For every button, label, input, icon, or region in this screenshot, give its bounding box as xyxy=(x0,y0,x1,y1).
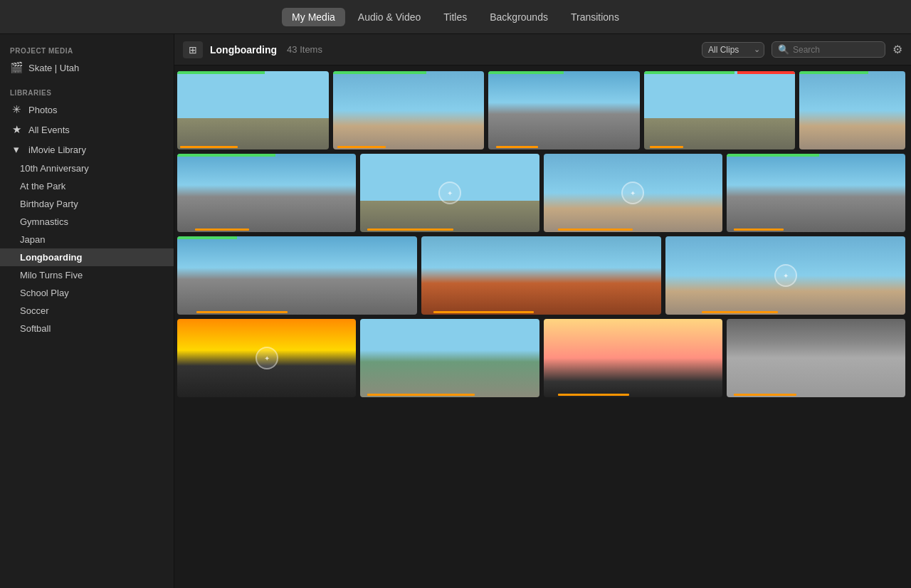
sidebar-item-10th-anniversary[interactable]: 10th Anniversary xyxy=(0,159,174,177)
sidebar-item-at-the-park[interactable]: At the Park xyxy=(0,177,174,195)
video-thumb-11[interactable] xyxy=(421,236,661,315)
sidebar-label-longboarding: Longboarding xyxy=(20,252,82,263)
tab-backgrounds[interactable]: Backgrounds xyxy=(480,8,558,26)
video-thumb-15[interactable] xyxy=(544,319,722,397)
sidebar-item-photos[interactable]: ✳ Photos xyxy=(0,100,174,120)
sidebar-item-milo-turns-five[interactable]: Milo Turns Five xyxy=(0,266,174,284)
sidebar-label-soccer: Soccer xyxy=(20,305,48,316)
video-row-2: ✦ ✦ xyxy=(177,154,905,232)
media-panel: ⊞ Longboarding 43 Items All Clips Favori… xyxy=(174,34,911,588)
search-input[interactable] xyxy=(793,45,879,55)
sidebar: PROJECT MEDIA 🎬 Skate | Utah LIBRARIES ✳… xyxy=(0,34,174,588)
sidebar-item-soccer[interactable]: Soccer xyxy=(0,302,174,320)
libraries-header: LIBRARIES xyxy=(0,85,174,100)
sidebar-item-gymnastics[interactable]: Gymnastics xyxy=(0,213,174,231)
all-clips-wrapper[interactable]: All Clips Favorites Rejected Unmarked xyxy=(702,42,764,58)
sidebar-item-imovie-library[interactable]: ▾ iMovie Library xyxy=(0,140,174,159)
sidebar-label-japan: Japan xyxy=(20,234,45,245)
video-thumb-3[interactable] xyxy=(488,71,640,149)
video-thumb-2[interactable] xyxy=(333,71,485,149)
video-thumb-1[interactable] xyxy=(177,71,329,149)
search-icon: 🔍 xyxy=(778,44,789,55)
star-icon: ★ xyxy=(10,123,23,136)
movie-icon: 🎬 xyxy=(10,61,23,74)
sidebar-label-10th-anniversary: 10th Anniversary xyxy=(20,163,89,174)
sidebar-label-all-events: All Events xyxy=(28,125,70,135)
tab-audio-video[interactable]: Audio & Video xyxy=(348,8,431,26)
media-toolbar: ⊞ Longboarding 43 Items All Clips Favori… xyxy=(174,34,911,65)
main-content: PROJECT MEDIA 🎬 Skate | Utah LIBRARIES ✳… xyxy=(0,34,911,588)
sidebar-item-birthday-party[interactable]: Birthday Party xyxy=(0,195,174,213)
sidebar-label-imovie-library: iMovie Library xyxy=(28,145,86,155)
video-thumb-9[interactable] xyxy=(727,154,905,232)
sidebar-label-at-the-park: At the Park xyxy=(20,181,65,191)
video-thumb-13[interactable]: ✦ xyxy=(177,319,356,397)
clip-badge-8: ✦ xyxy=(621,182,644,204)
sidebar-item-skate-utah[interactable]: 🎬 Skate | Utah xyxy=(0,58,174,78)
video-thumb-14[interactable] xyxy=(360,319,539,397)
clip-badge-12: ✦ xyxy=(774,264,797,287)
sidebar-label-gymnastics: Gymnastics xyxy=(20,216,68,227)
video-thumb-6[interactable] xyxy=(177,154,356,232)
tab-titles[interactable]: Titles xyxy=(433,8,477,26)
video-row-3: ✦ xyxy=(177,236,905,315)
video-thumb-10[interactable] xyxy=(177,236,417,315)
top-nav: My Media Audio & Video Titles Background… xyxy=(0,0,911,34)
project-label: Skate | Utah xyxy=(28,63,79,73)
clip-badge-13: ✦ xyxy=(256,347,278,369)
tab-my-media[interactable]: My Media xyxy=(282,8,345,26)
search-box: 🔍 xyxy=(772,41,885,58)
sidebar-label-birthday-party: Birthday Party xyxy=(20,199,78,209)
video-thumb-4[interactable] xyxy=(644,71,796,149)
video-row-1 xyxy=(177,71,905,149)
sidebar-label-softball: Softball xyxy=(20,323,51,334)
sidebar-item-all-events[interactable]: ★ All Events xyxy=(0,120,174,140)
sidebar-item-softball[interactable]: Softball xyxy=(0,320,174,337)
gear-icon: ⚙ xyxy=(892,43,902,56)
video-thumb-8[interactable]: ✦ xyxy=(544,154,722,232)
project-media-header: PROJECT MEDIA xyxy=(0,43,174,58)
toggle-view-button[interactable]: ⊞ xyxy=(183,41,203,58)
sidebar-item-school-play[interactable]: School Play xyxy=(0,284,174,302)
video-thumb-12[interactable]: ✦ xyxy=(665,236,905,315)
grid-icon: ⊞ xyxy=(189,44,197,56)
media-count: 43 Items xyxy=(287,44,322,55)
settings-button[interactable]: ⚙ xyxy=(892,43,902,56)
photos-icon: ✳ xyxy=(10,103,23,116)
video-thumb-5[interactable] xyxy=(799,71,905,149)
all-clips-select[interactable]: All Clips Favorites Rejected Unmarked xyxy=(702,42,764,58)
video-thumb-7[interactable]: ✦ xyxy=(360,154,539,232)
sidebar-label-photos: Photos xyxy=(28,105,57,115)
video-grid: ✦ ✦ xyxy=(174,65,911,588)
sidebar-label-school-play: School Play xyxy=(20,288,69,298)
video-thumb-16[interactable] xyxy=(727,319,905,397)
tab-transitions[interactable]: Transitions xyxy=(561,8,629,26)
video-row-4: ✦ xyxy=(177,319,905,397)
sidebar-item-longboarding[interactable]: Longboarding xyxy=(0,248,174,266)
clip-badge-7: ✦ xyxy=(438,182,461,204)
media-title: Longboarding xyxy=(210,44,277,56)
chevron-down-icon: ▾ xyxy=(10,143,23,156)
sidebar-label-milo-turns-five: Milo Turns Five xyxy=(20,270,83,280)
sidebar-item-japan[interactable]: Japan xyxy=(0,231,174,248)
